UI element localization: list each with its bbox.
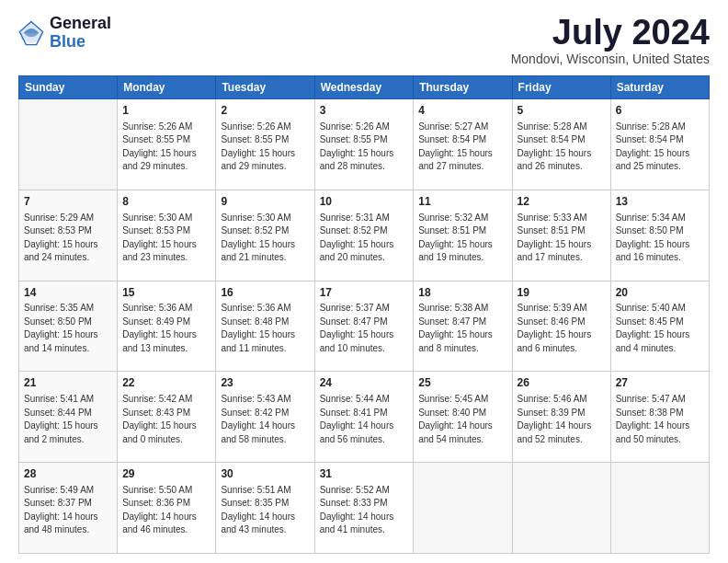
calendar-cell: 11Sunrise: 5:32 AM Sunset: 8:51 PM Dayli…	[414, 190, 512, 281]
calendar-cell	[610, 463, 709, 554]
calendar-cell: 26Sunrise: 5:46 AM Sunset: 8:39 PM Dayli…	[512, 372, 610, 463]
header: General Blue July 2024 Mondovi, Wisconsi…	[18, 15, 710, 66]
day-info: Sunrise: 5:51 AM Sunset: 8:35 PM Dayligh…	[221, 484, 309, 537]
calendar-week-row: 1Sunrise: 5:26 AM Sunset: 8:55 PM Daylig…	[19, 99, 710, 190]
calendar-cell: 2Sunrise: 5:26 AM Sunset: 8:55 PM Daylig…	[216, 99, 314, 190]
day-info: Sunrise: 5:32 AM Sunset: 8:51 PM Dayligh…	[418, 212, 506, 265]
day-info: Sunrise: 5:26 AM Sunset: 8:55 PM Dayligh…	[122, 121, 210, 174]
day-number: 23	[221, 375, 309, 391]
calendar-week-row: 28Sunrise: 5:49 AM Sunset: 8:37 PM Dayli…	[19, 463, 710, 554]
day-number: 16	[221, 285, 309, 301]
logo-blue-text: Blue	[50, 33, 111, 52]
day-info: Sunrise: 5:30 AM Sunset: 8:52 PM Dayligh…	[221, 212, 309, 265]
day-number: 12	[518, 194, 606, 210]
calendar-cell: 27Sunrise: 5:47 AM Sunset: 8:38 PM Dayli…	[610, 372, 709, 463]
day-info: Sunrise: 5:52 AM Sunset: 8:33 PM Dayligh…	[320, 484, 409, 537]
day-number: 11	[418, 194, 506, 210]
calendar-cell: 22Sunrise: 5:42 AM Sunset: 8:43 PM Dayli…	[118, 372, 216, 463]
day-number: 17	[320, 285, 409, 301]
calendar-cell: 12Sunrise: 5:33 AM Sunset: 8:51 PM Dayli…	[512, 190, 610, 281]
day-number: 25	[418, 375, 506, 391]
calendar-cell: 19Sunrise: 5:39 AM Sunset: 8:46 PM Dayli…	[512, 281, 610, 372]
col-header-saturday: Saturday	[610, 76, 709, 99]
day-info: Sunrise: 5:33 AM Sunset: 8:51 PM Dayligh…	[518, 212, 606, 265]
calendar-cell: 16Sunrise: 5:36 AM Sunset: 8:48 PM Dayli…	[216, 281, 314, 372]
day-number: 26	[518, 375, 606, 391]
day-number: 21	[24, 375, 112, 391]
day-number: 24	[320, 375, 409, 391]
calendar-cell: 15Sunrise: 5:36 AM Sunset: 8:49 PM Dayli…	[118, 281, 216, 372]
day-number: 5	[518, 103, 606, 119]
day-number: 1	[122, 103, 210, 119]
calendar-table: SundayMondayTuesdayWednesdayThursdayFrid…	[18, 75, 710, 554]
day-info: Sunrise: 5:37 AM Sunset: 8:47 PM Dayligh…	[320, 302, 409, 355]
calendar-week-row: 14Sunrise: 5:35 AM Sunset: 8:50 PM Dayli…	[19, 281, 710, 372]
day-number: 13	[616, 194, 704, 210]
day-info: Sunrise: 5:36 AM Sunset: 8:48 PM Dayligh…	[221, 302, 309, 355]
day-number: 22	[122, 375, 210, 391]
day-info: Sunrise: 5:42 AM Sunset: 8:43 PM Dayligh…	[122, 393, 210, 446]
logo-text: General Blue	[50, 15, 111, 52]
logo-icon	[18, 20, 44, 46]
day-info: Sunrise: 5:43 AM Sunset: 8:42 PM Dayligh…	[221, 393, 309, 446]
day-info: Sunrise: 5:38 AM Sunset: 8:47 PM Dayligh…	[418, 302, 506, 355]
day-number: 10	[320, 194, 409, 210]
calendar-cell: 30Sunrise: 5:51 AM Sunset: 8:35 PM Dayli…	[216, 463, 314, 554]
col-header-friday: Friday	[512, 76, 610, 99]
calendar-cell: 6Sunrise: 5:28 AM Sunset: 8:54 PM Daylig…	[610, 99, 709, 190]
calendar-header-row: SundayMondayTuesdayWednesdayThursdayFrid…	[19, 76, 710, 99]
day-info: Sunrise: 5:28 AM Sunset: 8:54 PM Dayligh…	[518, 121, 606, 174]
day-number: 9	[221, 194, 309, 210]
day-number: 2	[221, 103, 309, 119]
col-header-monday: Monday	[118, 76, 216, 99]
calendar-cell: 23Sunrise: 5:43 AM Sunset: 8:42 PM Dayli…	[216, 372, 314, 463]
calendar-cell: 28Sunrise: 5:49 AM Sunset: 8:37 PM Dayli…	[19, 463, 118, 554]
calendar-cell: 25Sunrise: 5:45 AM Sunset: 8:40 PM Dayli…	[414, 372, 512, 463]
title-area: July 2024 Mondovi, Wisconsin, United Sta…	[511, 15, 710, 66]
day-number: 30	[221, 466, 309, 482]
calendar-cell: 8Sunrise: 5:30 AM Sunset: 8:53 PM Daylig…	[118, 190, 216, 281]
day-number: 7	[24, 194, 112, 210]
calendar-cell	[19, 99, 118, 190]
col-header-thursday: Thursday	[414, 76, 512, 99]
day-info: Sunrise: 5:44 AM Sunset: 8:41 PM Dayligh…	[320, 393, 409, 446]
calendar-cell: 31Sunrise: 5:52 AM Sunset: 8:33 PM Dayli…	[314, 463, 414, 554]
calendar-cell: 10Sunrise: 5:31 AM Sunset: 8:52 PM Dayli…	[314, 190, 414, 281]
day-info: Sunrise: 5:46 AM Sunset: 8:39 PM Dayligh…	[518, 393, 606, 446]
day-number: 31	[320, 466, 409, 482]
day-number: 15	[122, 285, 210, 301]
day-info: Sunrise: 5:36 AM Sunset: 8:49 PM Dayligh…	[122, 302, 210, 355]
calendar-cell	[512, 463, 610, 554]
day-info: Sunrise: 5:29 AM Sunset: 8:53 PM Dayligh…	[24, 212, 112, 265]
day-number: 3	[320, 103, 409, 119]
calendar-cell: 5Sunrise: 5:28 AM Sunset: 8:54 PM Daylig…	[512, 99, 610, 190]
day-number: 20	[616, 285, 704, 301]
col-header-wednesday: Wednesday	[314, 76, 414, 99]
calendar-cell: 4Sunrise: 5:27 AM Sunset: 8:54 PM Daylig…	[414, 99, 512, 190]
day-number: 8	[122, 194, 210, 210]
location: Mondovi, Wisconsin, United States	[511, 52, 710, 66]
day-info: Sunrise: 5:26 AM Sunset: 8:55 PM Dayligh…	[221, 121, 309, 174]
day-number: 14	[24, 285, 112, 301]
day-info: Sunrise: 5:34 AM Sunset: 8:50 PM Dayligh…	[616, 212, 704, 265]
calendar-cell: 29Sunrise: 5:50 AM Sunset: 8:36 PM Dayli…	[118, 463, 216, 554]
day-info: Sunrise: 5:26 AM Sunset: 8:55 PM Dayligh…	[320, 121, 409, 174]
calendar-cell	[414, 463, 512, 554]
day-number: 29	[122, 466, 210, 482]
day-info: Sunrise: 5:31 AM Sunset: 8:52 PM Dayligh…	[320, 212, 409, 265]
day-number: 19	[518, 285, 606, 301]
calendar-cell: 24Sunrise: 5:44 AM Sunset: 8:41 PM Dayli…	[314, 372, 414, 463]
calendar-cell: 20Sunrise: 5:40 AM Sunset: 8:45 PM Dayli…	[610, 281, 709, 372]
day-info: Sunrise: 5:39 AM Sunset: 8:46 PM Dayligh…	[518, 302, 606, 355]
day-info: Sunrise: 5:28 AM Sunset: 8:54 PM Dayligh…	[616, 121, 704, 174]
day-info: Sunrise: 5:49 AM Sunset: 8:37 PM Dayligh…	[24, 484, 112, 537]
calendar-cell: 21Sunrise: 5:41 AM Sunset: 8:44 PM Dayli…	[19, 372, 118, 463]
calendar-cell: 3Sunrise: 5:26 AM Sunset: 8:55 PM Daylig…	[314, 99, 414, 190]
logo: General Blue	[18, 15, 111, 52]
logo-general-text: General	[50, 15, 111, 33]
col-header-tuesday: Tuesday	[216, 76, 314, 99]
calendar-cell: 1Sunrise: 5:26 AM Sunset: 8:55 PM Daylig…	[118, 99, 216, 190]
calendar-week-row: 21Sunrise: 5:41 AM Sunset: 8:44 PM Dayli…	[19, 372, 710, 463]
calendar-cell: 13Sunrise: 5:34 AM Sunset: 8:50 PM Dayli…	[610, 190, 709, 281]
day-info: Sunrise: 5:27 AM Sunset: 8:54 PM Dayligh…	[418, 121, 506, 174]
